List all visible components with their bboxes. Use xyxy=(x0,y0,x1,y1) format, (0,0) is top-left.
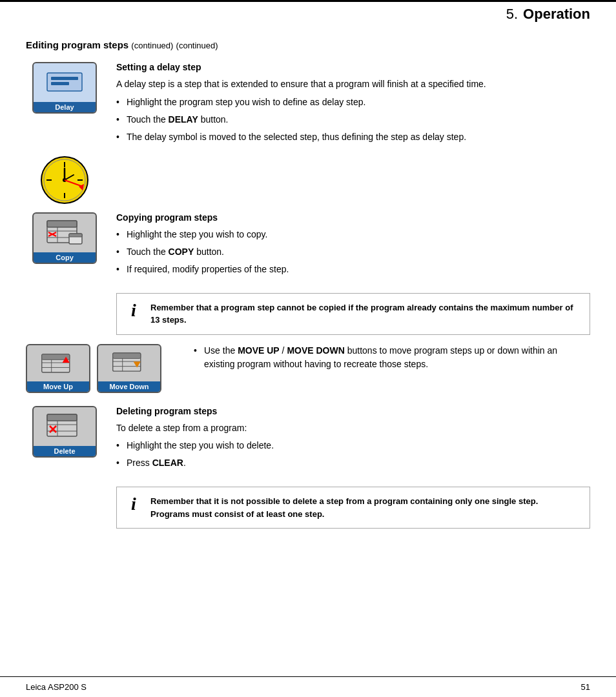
copy-sub-heading: Copying program steps xyxy=(116,212,590,223)
delay-icon-col: Delay xyxy=(26,62,103,114)
footer-right: 51 xyxy=(581,682,590,692)
section-continued: (continued) xyxy=(131,41,173,50)
move-up-button-label: Move Up xyxy=(27,381,89,392)
copy-row: Copy Copying program steps Highlight the… xyxy=(26,212,590,280)
move-icons-col: Move Up Move Down xyxy=(26,344,181,393)
copy-bullets: Highlight the step you wish to copy. Tou… xyxy=(116,228,590,276)
move-text-col: Use the MOVE UP / MOVE DOWN buttons to m… xyxy=(194,344,590,375)
delete-info-text: Remember that it is not possible to dele… xyxy=(150,495,538,520)
delete-section: Delete Deleting program steps To delete … xyxy=(26,406,590,529)
page: 5. Operation Editing program steps (cont… xyxy=(0,0,616,697)
copy-info-box: i Remember that a program step cannot be… xyxy=(116,293,590,335)
move-down-button-icon: Move Down xyxy=(97,344,161,393)
delay-row: Delay Setting a delay step A delay step … xyxy=(26,62,590,148)
delete-button-label: Delete xyxy=(34,446,96,456)
delay-bullet-2: Touch the DELAY button. xyxy=(116,113,590,126)
copy-bullet-1: Highlight the step you wish to copy. xyxy=(116,228,590,241)
copy-section: Copy Copying program steps Highlight the… xyxy=(26,212,590,335)
delete-bullet-1: Highlight the step you wish to delete. xyxy=(116,439,590,452)
delay-button-label: Delay xyxy=(34,102,96,112)
delete-intro: To delete a step from a program: xyxy=(116,421,590,436)
copy-info-text: Remember that a program step cannot be c… xyxy=(150,301,580,327)
delete-text-col: Deleting program steps To delete a step … xyxy=(116,406,590,474)
delete-svg-icon xyxy=(45,412,85,440)
delay-sub-heading: Setting a delay step xyxy=(116,62,590,72)
page-title: Operation xyxy=(523,6,590,23)
svg-rect-2 xyxy=(51,82,69,85)
info-icon-1: i xyxy=(126,301,141,319)
delay-bullets: Highlight the program step you wish to d… xyxy=(116,96,590,144)
delete-row: Delete Deleting program steps To delete … xyxy=(26,406,590,474)
delete-button-icon: Delete xyxy=(32,406,97,458)
copy-bullet-2: Touch the COPY button. xyxy=(116,245,590,259)
copy-svg-icon xyxy=(45,218,85,247)
delete-info-box: i Remember that it is not possible to de… xyxy=(116,487,590,529)
clock-svg-icon xyxy=(39,154,90,206)
delay-section: Delay Setting a delay step A delay step … xyxy=(26,62,590,206)
svg-rect-1 xyxy=(51,77,78,80)
section-heading-text: Editing program steps xyxy=(26,39,128,50)
move-down-svg-icon xyxy=(110,349,148,376)
svg-rect-30 xyxy=(113,353,141,358)
svg-rect-36 xyxy=(47,414,77,421)
clock-icon-wrap xyxy=(32,154,97,206)
info-icon-2: i xyxy=(126,495,141,513)
copy-icon-col: Copy xyxy=(26,212,103,264)
move-bullets: Use the MOVE UP / MOVE DOWN buttons to m… xyxy=(194,344,590,371)
section-heading: Editing program steps (continued) (conti… xyxy=(26,39,590,50)
move-up-button-icon: Move Up xyxy=(26,344,90,393)
copy-info-wrapper: i Remember that a program step cannot be… xyxy=(116,293,590,335)
copy-button-icon: Copy xyxy=(32,212,97,264)
delete-info-wrapper: i Remember that it is not possible to de… xyxy=(116,487,590,529)
delay-button-icon: Delay xyxy=(32,62,97,114)
delay-text-col: Setting a delay step A delay step is a s… xyxy=(116,62,590,148)
section-continued-text: (continued) xyxy=(176,41,218,50)
delete-sub-heading: Deleting program steps xyxy=(116,406,590,416)
move-bullet-1: Use the MOVE UP / MOVE DOWN buttons to m… xyxy=(194,344,590,371)
delay-body: A delay step is a step that is extended … xyxy=(116,77,590,92)
copy-button-label: Copy xyxy=(34,252,96,263)
delay-bullet-3: The delay symbol is moved to the selecte… xyxy=(116,130,590,144)
delay-bullet-1: Highlight the program step you wish to d… xyxy=(116,96,590,109)
move-down-button-label: Move Down xyxy=(98,381,160,392)
header: 5. Operation xyxy=(0,0,616,26)
delete-bullet-2: Press CLEAR. xyxy=(116,456,590,470)
copy-bullet-3: If required, modify properties of the st… xyxy=(116,263,590,276)
clock-icon-row xyxy=(26,154,590,206)
svg-rect-22 xyxy=(69,234,82,237)
delay-svg-icon xyxy=(45,68,85,96)
clock-icon-col xyxy=(26,154,103,206)
page-footer: Leica ASP200 S 51 xyxy=(0,676,616,697)
chapter-number: 5. xyxy=(506,6,518,23)
delete-icon-col: Delete xyxy=(26,406,103,458)
move-up-svg-icon xyxy=(39,349,77,376)
svg-rect-15 xyxy=(47,221,77,227)
delete-bullets: Highlight the step you wish to delete. P… xyxy=(116,439,590,470)
copy-text-col: Copying program steps Highlight the step… xyxy=(116,212,590,280)
move-row: Move Up Move Down xyxy=(26,344,590,393)
footer-left: Leica ASP200 S xyxy=(26,682,87,692)
content-area: Editing program steps (continued) (conti… xyxy=(0,26,616,576)
